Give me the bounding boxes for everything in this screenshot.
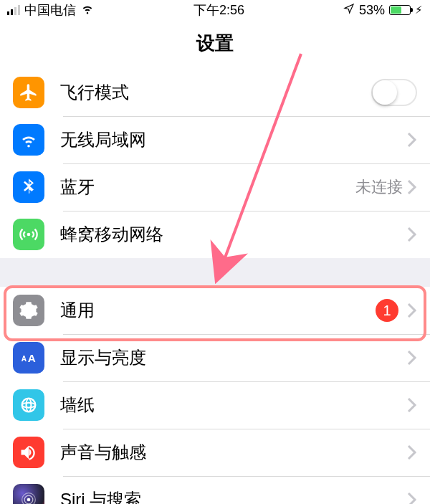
siri-label: Siri 与搜索 [60, 488, 407, 504]
siri-row[interactable]: Siri 与搜索 [0, 476, 430, 504]
carrier-label: 中国电信 [24, 1, 76, 19]
chevron-right-icon [407, 303, 417, 318]
svg-point-3 [27, 403, 32, 408]
airplane-mode-row[interactable]: 飞行模式 [0, 69, 430, 116]
general-row[interactable]: 通用 1 [0, 287, 430, 334]
bluetooth-status: 未连接 [355, 176, 403, 198]
sound-row[interactable]: 声音与触感 [0, 429, 430, 476]
svg-point-6 [27, 498, 31, 502]
wifi-icon [80, 1, 95, 19]
wallpaper-icon [13, 389, 44, 421]
text-size-icon: AA [13, 342, 44, 374]
sound-icon [13, 437, 44, 468]
sound-label: 声音与触感 [60, 441, 407, 464]
wifi-row[interactable]: 无线局域网 [0, 116, 430, 163]
charging-icon: ⚡︎ [415, 4, 423, 16]
bluetooth-row[interactable]: 蓝牙 未连接 [0, 163, 430, 211]
cellular-row[interactable]: 蜂窝移动网络 [0, 211, 430, 258]
cellular-signal-icon [7, 5, 20, 15]
bluetooth-label: 蓝牙 [60, 176, 355, 199]
cellular-icon [13, 219, 44, 250]
wifi-label: 无线局域网 [60, 128, 407, 151]
status-bar: 中国电信 下午2:56 53% ⚡︎ [0, 0, 430, 20]
gear-icon [13, 295, 44, 326]
wallpaper-label: 墙纸 [60, 394, 407, 417]
chevron-right-icon [407, 227, 417, 242]
settings-group-connectivity: 飞行模式 无线局域网 蓝牙 未连接 蜂窝移动网络 [0, 69, 430, 258]
battery-percent: 53% [359, 3, 385, 18]
chevron-right-icon [407, 350, 417, 366]
cellular-label: 蜂窝移动网络 [60, 223, 407, 246]
page-title: 设置 [0, 20, 430, 69]
display-row[interactable]: AA 显示与亮度 [0, 334, 430, 381]
display-label: 显示与亮度 [60, 346, 407, 369]
airplane-toggle[interactable] [371, 79, 417, 106]
notification-badge: 1 [376, 299, 398, 322]
location-icon [343, 3, 355, 18]
airplane-label: 飞行模式 [60, 81, 371, 104]
wifi-settings-icon [13, 124, 44, 156]
chevron-right-icon [407, 492, 417, 504]
status-time: 下午2:56 [194, 1, 244, 19]
airplane-icon [13, 77, 44, 108]
wallpaper-row[interactable]: 墙纸 [0, 381, 430, 429]
chevron-right-icon [407, 397, 417, 413]
chevron-right-icon [407, 444, 417, 460]
svg-text:A: A [22, 355, 27, 363]
settings-group-general: 通用 1 AA 显示与亮度 墙纸 声音与触感 Siri 与搜索 [0, 287, 430, 504]
chevron-right-icon [407, 132, 417, 148]
svg-point-2 [22, 399, 36, 412]
svg-text:A: A [28, 352, 36, 364]
chevron-right-icon [407, 179, 417, 195]
battery-icon [389, 5, 411, 15]
general-label: 通用 [60, 299, 376, 322]
bluetooth-icon [13, 171, 44, 203]
siri-icon [13, 484, 44, 504]
